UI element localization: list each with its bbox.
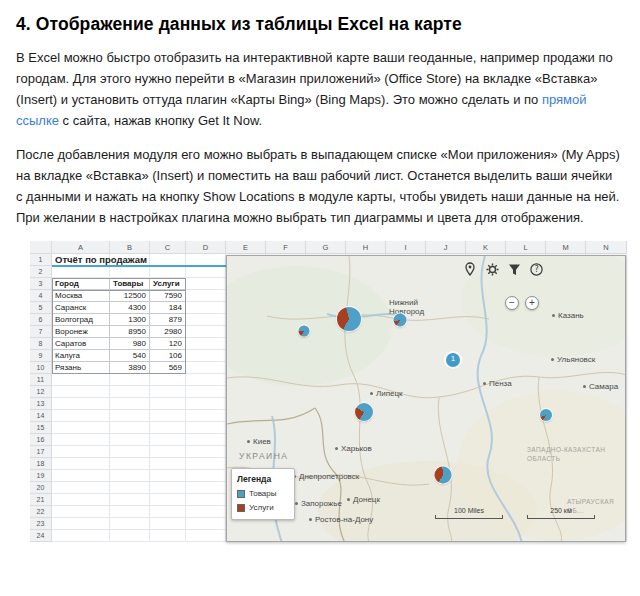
row-header: 10: [30, 362, 52, 374]
sheet-cell: [186, 326, 226, 338]
legend-label: Товары: [249, 489, 277, 498]
sheet-cell: [186, 518, 226, 530]
sheet-cell: [110, 518, 150, 530]
sheet-cell: [150, 458, 186, 470]
sheet-cell: [52, 482, 110, 494]
row-header: 17: [30, 446, 52, 458]
sheet-cell: [52, 470, 110, 482]
scale-miles-bar: [435, 515, 503, 519]
sheet-cell: [52, 266, 110, 278]
sheet-cell: Рязань: [52, 362, 110, 374]
sheet-cell: [110, 470, 150, 482]
sheet-cell: [52, 434, 110, 446]
legend-swatch: [237, 504, 245, 512]
sheet-cell: 184: [150, 302, 186, 314]
sheet-cell: [186, 290, 226, 302]
column-header: J: [426, 241, 466, 254]
title-underline: [52, 265, 226, 267]
row-header: 3: [30, 278, 52, 290]
sheet-cell: [186, 506, 226, 518]
article: 4. Отображение данных из таблицы Excel н…: [0, 0, 640, 544]
paragraph-intro: В Excel можно быстро отобразить на интер…: [16, 47, 622, 131]
column-header: B: [110, 241, 150, 254]
table-header-line: [52, 290, 186, 291]
sheet-cell: Товары: [110, 278, 150, 290]
sheet-cell: [110, 530, 150, 542]
legend-label: Услуги: [249, 503, 274, 512]
filter-icon: [507, 262, 521, 276]
legend-swatch: [237, 490, 245, 498]
zoom-in-button: +: [525, 296, 539, 310]
row-header: 20: [30, 482, 52, 494]
column-header: I: [386, 241, 426, 254]
sheet-cell: [186, 446, 226, 458]
row-header: 15: [30, 422, 52, 434]
sheet-cell: [150, 494, 186, 506]
sheet-cell: 8950: [110, 326, 150, 338]
map-label-region: ЗАПАДНО-КАЗАХСТАН ОБЛАСТЬ: [527, 445, 605, 463]
column-header: L: [506, 241, 546, 254]
column-header: K: [466, 241, 506, 254]
map-label-city: Самара: [583, 382, 618, 391]
sheet-cell: Калуга: [52, 350, 110, 362]
sheet-cell: Саратов: [52, 338, 110, 350]
pie-chart: [355, 403, 373, 421]
settings-gear-icon: [485, 262, 499, 276]
row-header: 6: [30, 314, 52, 326]
sheet-cell: [186, 302, 226, 314]
sheet-cell: [186, 494, 226, 506]
sheet-cell: [52, 530, 110, 542]
sheet-cell: Воронеж: [52, 326, 110, 338]
sheet-cell: [110, 398, 150, 410]
legend-item: Товары: [237, 489, 289, 498]
scale-miles-label: 100 Miles: [435, 507, 503, 514]
row-header: 21: [30, 494, 52, 506]
sheet-cell: 7590: [150, 290, 186, 302]
column-header: M: [546, 241, 586, 254]
map-label-city: Казань: [552, 311, 584, 320]
map-label-country: УКРАИНА: [239, 452, 289, 461]
sheet-cell: [186, 422, 226, 434]
legend-title: Легенда: [237, 474, 289, 484]
sheet-cell: [52, 386, 110, 398]
map-legend: Легенда ТоварыУслуги: [231, 468, 295, 520]
pie-chart: [394, 314, 407, 327]
sheet-cell: [110, 266, 150, 278]
row-header: 19: [30, 470, 52, 482]
sheet-cell: Город: [52, 278, 110, 290]
row-header: 22: [30, 506, 52, 518]
map-label-city: Ростов-на-Дону: [309, 515, 373, 524]
row-header: 24: [30, 530, 52, 542]
sheet-cell: [150, 374, 186, 386]
legend-items: ТоварыУслуги: [237, 489, 289, 512]
column-header: A: [52, 241, 110, 254]
column-header: N: [586, 241, 627, 254]
sheet-cell: [110, 506, 150, 518]
sheet-cell: [186, 362, 226, 374]
bing-maps-plugin: Нижний НовгородКазаньУльяновскПензаСамар…: [226, 255, 626, 542]
sheet-cell: 120: [150, 338, 186, 350]
sheet-cell: 12500: [110, 290, 150, 302]
column-header: C: [150, 241, 186, 254]
scale-km: 250 км: [527, 507, 595, 519]
map-label-city: Киев: [247, 437, 271, 446]
sheet-cell: Услуги: [150, 278, 186, 290]
sheet-cell: [150, 266, 186, 278]
sheet-cell: [186, 410, 226, 422]
map-label-city: Днепропетровск: [293, 472, 359, 481]
sheet-cell: [110, 422, 150, 434]
sheet-cell: [186, 338, 226, 350]
sheet-cell: [110, 482, 150, 494]
sheet-cell: [52, 398, 110, 410]
sheet-cell: [186, 434, 226, 446]
sheet-cell: [186, 470, 226, 482]
sheet-cell: [186, 530, 226, 542]
sheet-cell: [150, 410, 186, 422]
sheet-cell: 980: [110, 338, 150, 350]
map-label-city: Пенза: [483, 379, 512, 388]
sheet-cell: [186, 374, 226, 386]
sheet-cell: [186, 398, 226, 410]
location-pin-icon: [463, 262, 477, 276]
map-label-city: Нижний Новгород: [389, 298, 424, 316]
row-header: 8: [30, 338, 52, 350]
